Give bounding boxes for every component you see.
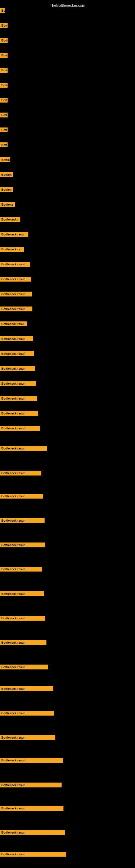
bar-label: Bottleneck resu <box>0 321 27 326</box>
bar-label: Bottleneck result <box>0 494 43 499</box>
bar-item: Bottleneck result <box>0 806 63 811</box>
bar-item: Bottleneck result <box>0 591 44 596</box>
bar-item: Bottleneck result <box>0 307 32 311</box>
bar-label: Bottleneck result <box>0 830 65 835</box>
bar-item: Bottleneck r <box>0 217 20 222</box>
bar-label: Bottleneck result <box>0 426 40 431</box>
bar-label: Bottleneck result <box>0 686 53 691</box>
bar-label: Bottleneck resul <box>0 232 28 237</box>
bar-item: Bottleneck resu <box>0 321 27 326</box>
bar-item: Bottleneck result <box>0 782 61 787</box>
bar-label: Bottleneck result <box>0 542 45 547</box>
bar-label: Bottleneck result <box>0 262 30 267</box>
bar-label: Bottleneck r <box>0 217 20 222</box>
bar-item: Bottleneck result <box>0 640 46 645</box>
bar-label: Bottleneck result <box>0 711 54 716</box>
bar-item: Bott <box>0 127 8 132</box>
bar-item: Bottlen <box>0 172 13 177</box>
bar-item: Bottleneck result <box>0 411 38 416</box>
site-title: TheBottlenecker.com <box>0 1 135 9</box>
bar-label: Bottleneck result <box>0 782 61 787</box>
bar-item: Bottleneck result <box>0 366 35 371</box>
bar-item: Bott <box>0 68 8 73</box>
bar-item: Bottleneck result <box>0 711 54 716</box>
bar-item: Bottleneck result <box>0 686 53 691</box>
bar-item: Bottleneck result <box>0 351 34 356</box>
bar-item: Bott <box>0 113 8 118</box>
bar-item: Bottleneck result <box>0 262 30 267</box>
bar-label: Bottleneck result <box>0 336 33 341</box>
bar-label: Bottleneck result <box>0 351 34 356</box>
bar-item: Bottleneck result <box>0 471 41 475</box>
bar-label: Bottleneck result <box>0 758 63 763</box>
bar-label: Bottlen <box>0 172 13 177</box>
bar-item: Bottlene <box>0 202 15 207</box>
bar-item: Bottleneck result <box>0 396 37 401</box>
bar-label: Bottleneck result <box>0 735 55 740</box>
bar-label: Bottleneck result <box>0 381 36 386</box>
bar-item: Bottleneck result <box>0 381 36 386</box>
bar-item: Bott <box>0 23 8 28</box>
bar-label: Bottleneck result <box>0 396 37 401</box>
bar-label: Bottleneck result <box>0 471 41 475</box>
bar-label: Bottleneck result <box>0 518 45 523</box>
bar-item: Bottleneck result <box>0 542 45 547</box>
bar-label: Bott <box>0 113 8 118</box>
bar-label: Bottleneck result <box>0 366 35 371</box>
bar-label: Bottleneck result <box>0 307 32 311</box>
bar-item: Bottleneck result <box>0 446 47 451</box>
bar-label: Bo <box>0 8 5 13</box>
bar-item: Bottleneck result <box>0 426 40 431</box>
bar-label: Bottleneck result <box>0 411 38 416</box>
bar-label: Bott <box>0 68 8 73</box>
bar-item: Bottleneck result <box>0 494 43 499</box>
bar-item: Bott <box>0 98 8 102</box>
bar-item: Bottleneck result <box>0 758 63 763</box>
bar-label: Bott <box>0 38 8 43</box>
bar-label: Bottleneck result <box>0 567 42 571</box>
bar-item: Bottleneck result <box>0 830 65 835</box>
bar-label: Bottlene <box>0 202 15 207</box>
bar-item: Bott <box>0 143 8 147</box>
bar-label: Bottleneck result <box>0 291 32 297</box>
bar-item: Bott <box>0 53 8 58</box>
bar-item: Bottlen <box>0 187 13 192</box>
bar-label: Bottleneck result <box>0 446 47 451</box>
bar-label: Bottleneck result <box>0 640 46 645</box>
bar-item: Bottleneck result <box>0 664 48 670</box>
bar-label: Bottleneck result <box>0 591 44 596</box>
bar-label: Bottleneck result <box>0 277 31 282</box>
bar-label: Bott <box>0 98 8 102</box>
bar-label: Bott <box>0 83 8 88</box>
bar-item: Bottleneck result <box>0 567 42 571</box>
bar-label: Bott <box>0 53 8 58</box>
bar-item: Bottleneck result <box>0 616 45 621</box>
bar-item: Bottleneck result <box>0 291 32 297</box>
bar-label: Bottleneck result <box>0 852 66 857</box>
bar-item: Bottleneck re <box>0 247 24 252</box>
bar-item: Bottleneck result <box>0 518 45 523</box>
bar-label: Bott <box>0 143 8 147</box>
bar-label: Bottleneck result <box>0 616 45 621</box>
bar-item: Bottle <box>0 157 10 162</box>
bar-item: Bo <box>0 8 5 13</box>
bar-item: Bottleneck result <box>0 735 55 740</box>
bar-item: Bott <box>0 83 8 88</box>
bar-label: Bottlen <box>0 187 13 192</box>
bar-item: Bottleneck result <box>0 336 33 341</box>
bar-label: Bottleneck result <box>0 664 48 670</box>
bar-item: Bottleneck result <box>0 852 66 857</box>
bar-label: Bott <box>0 23 8 28</box>
bar-label: Bott <box>0 127 8 132</box>
bar-item: Bottleneck resul <box>0 232 28 237</box>
bar-label: Bottleneck result <box>0 806 63 811</box>
bar-label: Bottleneck re <box>0 247 24 252</box>
bar-label: Bottle <box>0 157 10 162</box>
bar-item: Bottleneck result <box>0 277 31 282</box>
bar-item: Bott <box>0 38 8 43</box>
